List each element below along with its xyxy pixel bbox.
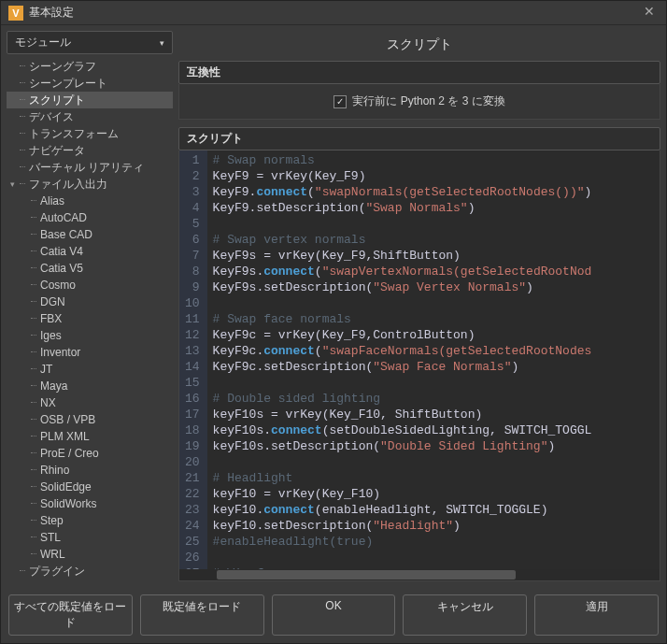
tree-item[interactable]: Inventor [7,344,173,361]
tree-item[interactable]: FBX [7,310,173,327]
load-all-defaults-button[interactable]: すべての既定値をロード [8,594,133,636]
python-convert-checkbox[interactable]: ✓ 実行前に Python 2 を 3 に変換 [334,93,504,109]
tree-item[interactable]: STL [7,529,173,546]
tree-item[interactable]: トランスフォーム [7,125,173,142]
line-gutter: 1 2 3 4 5 6 7 8 9 10 11 12 13 14 15 16 1… [179,150,207,580]
chevron-down-icon: ▾ [160,38,164,48]
tree-item[interactable]: スクリプト [7,92,173,108]
tree-item[interactable]: プラグイン [7,563,173,580]
script-section-header: スクリプト [178,127,660,150]
tree-item[interactable]: JT [7,361,173,378]
tree-item[interactable]: Rhino [7,462,173,479]
page-title: スクリプト [178,31,660,61]
dialog-body: モジュール ▾ シーングラフシーンプレートスクリプトデバイストランスフォームナビ… [1,25,666,587]
sidebar-header[interactable]: モジュール ▾ [7,31,173,54]
tree-item[interactable]: ナビゲータ [7,142,173,159]
horizontal-scrollbar[interactable] [179,569,660,580]
close-icon[interactable]: ✕ [640,4,659,22]
scrollbar-thumb[interactable] [217,570,516,580]
tree-item[interactable]: AutoCAD [7,209,173,226]
apply-button[interactable]: 適用 [534,594,659,636]
tree-item[interactable]: OSB / VPB [7,411,173,428]
tree-item[interactable]: Catia V5 [7,260,173,277]
tree-item[interactable]: Maya [7,378,173,394]
load-defaults-button[interactable]: 既定値をロード [140,594,264,636]
tree-item[interactable]: SolidWorks [7,495,173,512]
tree-item[interactable]: SolidEdge [7,479,173,495]
titlebar: V 基本設定 ✕ [1,1,666,25]
tree-item[interactable]: シーンプレート [7,75,173,92]
code-area[interactable]: # Swap normalsKeyF9 = vrKey(Key_F9)KeyF9… [207,150,660,580]
main-panel: スクリプト 互換性 ✓ 実行前に Python 2 を 3 に変換 スクリプト … [178,31,660,581]
dialog-footer: すべての既定値をロード 既定値をロード OK キャンセル 適用 [1,587,666,643]
checkbox-label: 実行前に Python 2 を 3 に変換 [352,93,504,109]
tree-item[interactable]: NX [7,394,173,411]
script-editor[interactable]: 1 2 3 4 5 6 7 8 9 10 11 12 13 14 15 16 1… [178,150,660,581]
compat-section: ✓ 実行前に Python 2 を 3 に変換 [178,84,660,120]
tree-item[interactable]: Step [7,512,173,529]
tree-item[interactable]: Iges [7,327,173,344]
tree-item[interactable]: ファイル入出力 [7,176,173,193]
dialog-title: 基本設定 [29,5,640,21]
tree-item[interactable]: シーングラフ [7,58,173,75]
tree-item[interactable]: PLM XML [7,428,173,445]
tree-item[interactable]: ProE / Creo [7,445,173,462]
tree-item[interactable]: Base CAD [7,226,173,243]
tree-item[interactable]: ヘルプ [7,580,173,581]
sidebar: モジュール ▾ シーングラフシーンプレートスクリプトデバイストランスフォームナビ… [7,31,173,581]
ok-button[interactable]: OK [272,594,396,636]
cancel-button[interactable]: キャンセル [403,594,527,636]
sidebar-header-label: モジュール [15,35,71,50]
preferences-dialog: V 基本設定 ✕ モジュール ▾ シーングラフシーンプレートスクリプトデバイスト… [0,0,667,644]
tree-item[interactable]: バーチャル リアリティ [7,159,173,176]
tree-item[interactable]: Alias [7,193,173,209]
tree-item[interactable]: Catia V4 [7,243,173,260]
tree-item[interactable]: WRL [7,546,173,563]
tree-item[interactable]: Cosmo [7,277,173,293]
tree-item[interactable]: DGN [7,293,173,310]
app-icon: V [8,6,23,21]
checkbox-icon: ✓ [334,95,347,108]
compat-section-header: 互換性 [178,61,660,84]
module-tree[interactable]: シーングラフシーンプレートスクリプトデバイストランスフォームナビゲータバーチャル… [7,56,173,581]
tree-item[interactable]: デバイス [7,108,173,125]
